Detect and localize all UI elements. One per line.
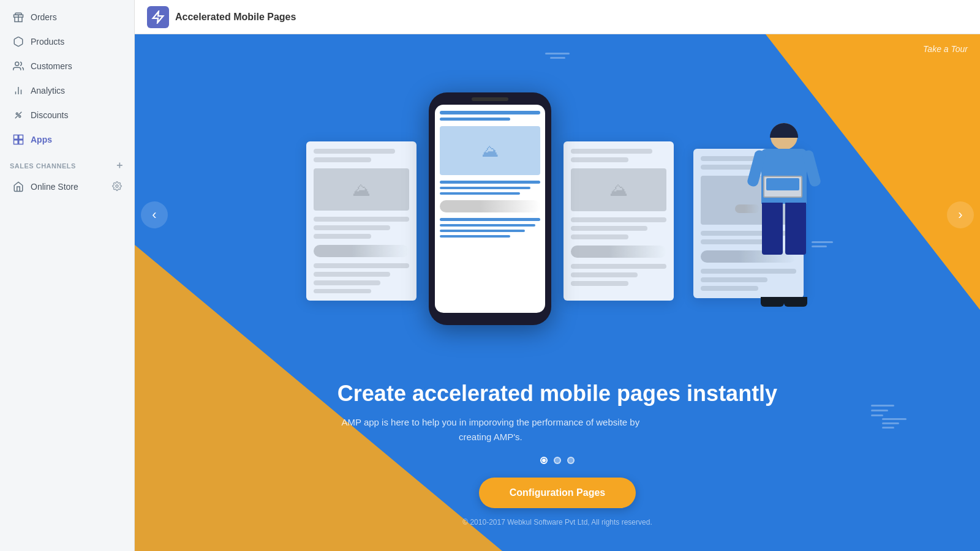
card-line xyxy=(571,217,666,222)
sidebar-item-online-store-label: Online Store xyxy=(31,182,78,192)
card-line xyxy=(314,272,390,277)
person-leg-left xyxy=(762,203,783,255)
app-header: Accelerated Mobile Pages xyxy=(135,0,980,34)
card-line xyxy=(571,157,628,162)
products-icon xyxy=(12,36,24,48)
card-image: ⛰ xyxy=(571,168,666,211)
sidebar-item-analytics[interactable]: Analytics xyxy=(2,78,132,103)
deco-lines-bottom-right xyxy=(882,418,907,429)
phone-mockup: ⛰ xyxy=(429,117,551,325)
slide-dots xyxy=(337,457,777,464)
deco-line-br2 xyxy=(882,422,899,424)
person-foot-right xyxy=(784,297,807,307)
phone-line xyxy=(440,235,510,238)
phone-line xyxy=(440,230,525,232)
svg-rect-8 xyxy=(14,135,18,140)
card-line xyxy=(571,281,628,286)
svg-point-6 xyxy=(19,116,21,118)
svg-point-1 xyxy=(15,62,19,66)
sidebar-item-online-store[interactable]: Online Store xyxy=(2,174,132,199)
person-leg-right xyxy=(785,203,806,255)
phone-line xyxy=(440,192,520,195)
svg-rect-10 xyxy=(14,140,18,144)
analytics-icon xyxy=(12,84,24,97)
phone-device: ⛰ xyxy=(429,92,551,325)
online-store-settings-icon[interactable] xyxy=(112,181,122,193)
card-line xyxy=(314,157,371,162)
hero-subtitle: AMP app is here to help you in imporovin… xyxy=(337,415,644,444)
hero-section: Take a Tour ‹ ⛰ xyxy=(135,34,980,551)
sidebar-item-discounts-label: Discounts xyxy=(31,110,68,120)
page-card-left: ⛰ xyxy=(306,141,417,301)
phone-sig xyxy=(440,200,540,212)
discounts-icon xyxy=(12,109,24,121)
sidebar-item-orders[interactable]: Orders xyxy=(2,5,132,29)
phone-line xyxy=(440,187,530,189)
main-content: Accelerated Mobile Pages Take a Tour ‹ xyxy=(135,0,980,551)
phone-line xyxy=(440,181,540,184)
mountain-icon: ⛰ xyxy=(609,179,628,200)
svg-marker-13 xyxy=(153,11,164,22)
card-line xyxy=(314,263,409,268)
sidebar-item-products-label: Products xyxy=(31,37,64,47)
dot-2[interactable] xyxy=(554,457,561,464)
svg-rect-9 xyxy=(19,135,23,140)
page-card-right1: ⛰ xyxy=(564,141,674,301)
card-line xyxy=(314,149,395,154)
person-foot-left xyxy=(761,297,784,307)
phone-notch xyxy=(472,97,508,101)
phone-line xyxy=(440,118,510,121)
sidebar-item-products[interactable]: Products xyxy=(2,29,132,54)
sidebar-item-customers-label: Customers xyxy=(31,61,72,71)
sidebar: Orders Products Customers Analytics Disc… xyxy=(0,0,135,551)
sidebar-item-customers[interactable]: Customers xyxy=(2,54,132,78)
card-sig xyxy=(571,246,666,258)
hero-bottom-content: Create accelerated mobile pages instantl… xyxy=(337,381,777,508)
hero-title: Create accelerated mobile pages instantl… xyxy=(337,381,777,407)
card-line xyxy=(314,225,390,230)
svg-point-5 xyxy=(16,113,18,114)
app-title: Accelerated Mobile Pages xyxy=(175,12,296,23)
person-laptop-screen xyxy=(766,178,799,190)
card-line xyxy=(314,289,371,294)
card-line xyxy=(571,226,647,231)
person-sig-line xyxy=(735,204,760,213)
prev-slide-button[interactable]: ‹ xyxy=(141,201,168,228)
person-illustration xyxy=(735,123,833,307)
card-line xyxy=(571,264,666,269)
add-sales-channel-icon[interactable]: ＋ xyxy=(115,159,125,172)
card-image: ⛰ xyxy=(314,168,409,211)
take-tour-link[interactable]: Take a Tour xyxy=(923,44,968,54)
dot-3[interactable] xyxy=(567,457,575,464)
sidebar-item-apps-label: Apps xyxy=(31,135,52,144)
next-slide-button[interactable]: › xyxy=(947,201,974,228)
card-line xyxy=(314,280,380,285)
dot-1[interactable] xyxy=(540,457,548,464)
phone-mountain-icon: ⛰ xyxy=(481,141,499,161)
deco-line-br-b xyxy=(871,410,888,411)
phone-screen: ⛰ xyxy=(435,105,545,313)
person-hair xyxy=(770,123,798,138)
apps-icon xyxy=(12,133,24,146)
phone-line xyxy=(440,218,540,221)
card-sig xyxy=(314,245,409,257)
deco-line-br-c xyxy=(871,414,883,416)
phone-line xyxy=(440,224,535,227)
sidebar-item-orders-label: Orders xyxy=(31,12,57,22)
sidebar-item-discounts[interactable]: Discounts xyxy=(2,103,132,127)
sidebar-item-apps[interactable]: Apps xyxy=(2,127,132,152)
cards-area: ⛰ ⛰ xyxy=(135,34,980,396)
configuration-pages-button[interactable]: Configuration Pages xyxy=(479,478,636,508)
svg-rect-11 xyxy=(19,140,23,144)
deco-line-br3 xyxy=(882,427,894,429)
orders-icon xyxy=(12,11,24,23)
deco-line-br1 xyxy=(882,418,907,420)
page-card-person xyxy=(686,141,809,301)
card-line xyxy=(314,234,371,239)
footer-text: © 2010-2017 Webkul Software Pvt Ltd, All… xyxy=(462,518,652,527)
person-laptop xyxy=(763,176,802,198)
online-store-icon xyxy=(12,181,24,193)
sidebar-item-analytics-label: Analytics xyxy=(31,86,65,96)
deco-line-br-a xyxy=(871,405,894,407)
customers-icon xyxy=(12,60,24,72)
